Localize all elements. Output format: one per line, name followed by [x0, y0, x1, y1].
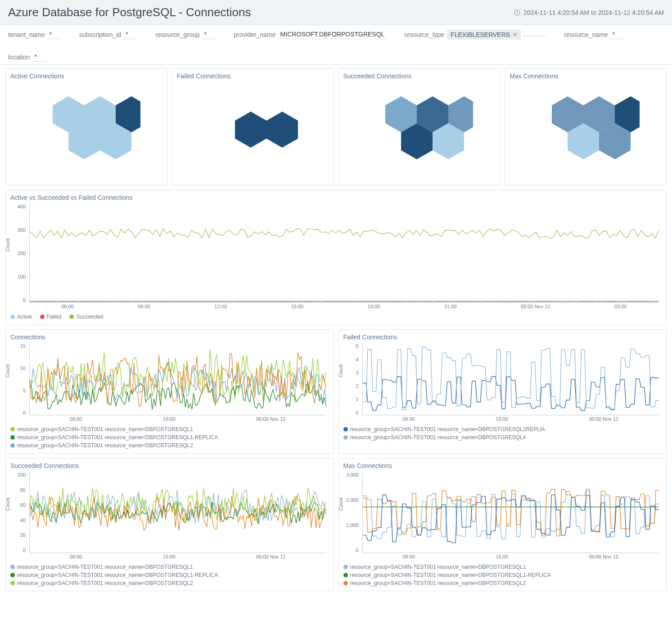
legend-item[interactable]: resource_group=SACHIN-TEST001 resource_n… — [10, 572, 329, 578]
y-axis-label: Count — [338, 364, 343, 378]
filter-label: subscription_id — [79, 31, 121, 38]
panel-succeeded-connections[interactable]: Succeeded Connections — [338, 68, 501, 185]
hexgrid-icon — [365, 87, 473, 163]
x-axis: 08:0016:0000:00 Nov 12 — [29, 554, 326, 562]
filter-subscription-id[interactable]: subscription_id * — [79, 30, 137, 39]
panel-max-connections-chart[interactable]: Max Connections Count 3,0002,0001,0000 0… — [338, 458, 667, 591]
filter-tenant-name[interactable]: tenant_name * — [8, 30, 61, 39]
legend-item[interactable]: resource_group=SACHIN-TEST001 resource_n… — [343, 564, 662, 570]
chart-legend: resource_group=SACHIN-TEST001 resource_n… — [343, 564, 662, 586]
panel-succeeded-connections-chart[interactable]: Succeeded Connections Count 100806040200… — [5, 458, 334, 591]
legend-item[interactable]: Active — [10, 314, 32, 320]
panel-title: Failed Connections — [177, 72, 329, 80]
chip-text: FLEXIBLESERVERS — [451, 31, 510, 38]
filter-value[interactable]: * — [32, 52, 46, 62]
close-icon[interactable]: ✕ — [513, 32, 517, 38]
y-axis: 4003002001000 — [10, 204, 27, 303]
legend-item[interactable]: resource_group=SACHIN-TEST001 resource_n… — [10, 580, 329, 586]
legend-item[interactable]: resource_group=SACHIN-TEST001 resource_n… — [10, 564, 329, 570]
legend-dot-icon — [343, 427, 348, 432]
legend-label: Succeeded — [76, 314, 103, 320]
hex-chart — [177, 82, 329, 168]
filter-label: tenant_name — [8, 31, 45, 38]
filter-resource-group[interactable]: resource_group * — [155, 30, 216, 39]
filter-label: resource_group — [155, 31, 199, 38]
hex-chart — [510, 82, 662, 168]
legend-label: Active — [17, 314, 32, 320]
panel-title: Succeeded Connections — [10, 462, 329, 469]
hex-row: Active Connections — [5, 68, 667, 185]
legend-dot-icon — [10, 315, 15, 319]
filter-value[interactable]: * — [202, 30, 216, 39]
legend-label: resource_group=SACHIN-TEST001 resource_n… — [17, 434, 218, 441]
dashboard-body: Active Connections — [0, 65, 672, 599]
filter-chip[interactable]: FLEXIBLESERVERS ✕ — [447, 30, 521, 40]
filter-label: resource_name — [564, 31, 608, 38]
legend-dot-icon — [10, 565, 15, 569]
legend-item[interactable]: Failed — [40, 314, 62, 320]
legend-item[interactable]: resource_group=SACHIN-TEST001 resource_n… — [10, 442, 329, 449]
y-axis: 543210 — [343, 343, 361, 415]
panel-title: Succeeded Connections — [343, 72, 496, 80]
filter-value[interactable]: * — [124, 30, 137, 39]
dashboard-header: Azure Database for PostgreSQL - Connecti… — [0, 0, 672, 25]
plot-area[interactable] — [362, 472, 659, 553]
filter-extra-input[interactable] — [523, 34, 546, 36]
filter-label: resource_type — [404, 31, 444, 38]
legend-dot-icon — [40, 315, 45, 319]
filter-provider-name[interactable]: provider_name MICROSOFT.DBFORPOSTGRESQL — [234, 30, 386, 39]
time-range[interactable]: 2024-11-11 4:20:54 AM to 2024-11-12 4:20… — [514, 9, 664, 16]
legend-item[interactable]: resource_group=SACHIN-TEST001 resource_n… — [10, 434, 329, 441]
panel-connections[interactable]: Connections Count 151050 08:0016:0000:00… — [5, 329, 334, 454]
y-axis-label: Count — [5, 498, 10, 511]
filter-value[interactable]: MICROSOFT.DBFORPOSTGRESQL — [279, 30, 387, 39]
legend-item[interactable]: resource_group=SACHIN-TEST001 resource_n… — [343, 434, 662, 441]
panel-failed-connections-chart[interactable]: Failed Connections Count 543210 08:0016:… — [338, 329, 667, 454]
filter-location[interactable]: location * — [8, 52, 46, 62]
chart-area: Count 4003002001000 06:0009:0012:0015:00… — [10, 204, 662, 312]
svg-marker-21 — [266, 112, 298, 148]
legend-label: resource_group=SACHIN-TEST001 resource_n… — [17, 564, 193, 570]
panel-title: Active vs Succeeded vs Failed Connection… — [10, 194, 662, 201]
plot-area[interactable] — [362, 343, 659, 415]
clock-icon — [514, 9, 521, 16]
legend-label: resource_group=SACHIN-TEST001 resource_n… — [350, 426, 546, 432]
legend-label: resource_group=SACHIN-TEST001 resource_n… — [17, 426, 193, 432]
y-axis-label: Count — [338, 498, 343, 511]
legend-dot-icon — [10, 581, 15, 585]
filter-value[interactable]: * — [48, 30, 61, 39]
time-range-text: 2024-11-11 4:20:54 AM to 2024-11-12 4:20… — [523, 9, 664, 16]
panel-max-connections[interactable]: Max Connections — [505, 68, 667, 185]
legend-item[interactable]: resource_group=SACHIN-TEST001 resource_n… — [343, 572, 662, 578]
y-axis: 151050 — [10, 343, 27, 415]
legend-label: resource_group=SACHIN-TEST001 resource_n… — [17, 572, 218, 578]
legend-item[interactable]: resource_group=SACHIN-TEST001 resource_n… — [343, 580, 662, 586]
legend-dot-icon — [343, 573, 348, 577]
legend-item[interactable]: Succeeded — [69, 314, 103, 320]
svg-marker-20 — [235, 112, 266, 148]
legend-dot-icon — [343, 435, 348, 440]
legend-label: Failed — [47, 314, 62, 320]
chart-legend: resource_group=SACHIN-TEST001 resource_n… — [10, 426, 329, 449]
chart-area: Count 100806040200 08:0016:0000:00 Nov 1… — [10, 472, 329, 562]
panel-failed-connections[interactable]: Failed Connections — [172, 68, 334, 185]
filter-value[interactable]: * — [610, 30, 624, 39]
plot-area[interactable] — [29, 204, 659, 303]
panel-title: Max Connections — [343, 462, 662, 469]
legend-item[interactable]: resource_group=SACHIN-TEST001 resource_n… — [10, 426, 329, 432]
plot-area[interactable] — [29, 343, 326, 415]
panel-active-connections[interactable]: Active Connections — [5, 68, 167, 185]
legend-label: resource_group=SACHIN-TEST001 resource_n… — [350, 572, 551, 578]
legend-label: resource_group=SACHIN-TEST001 resource_n… — [17, 580, 193, 586]
legend-dot-icon — [10, 435, 15, 440]
panel-title: Failed Connections — [343, 333, 662, 341]
hex-chart — [343, 82, 496, 168]
panel-active-vs-succeeded-vs-failed[interactable]: Active vs Succeeded vs Failed Connection… — [5, 190, 667, 325]
filter-resource-name[interactable]: resource_name * — [564, 30, 624, 39]
filter-label: location — [8, 54, 30, 61]
plot-area[interactable] — [29, 472, 326, 553]
legend-item[interactable]: resource_group=SACHIN-TEST001 resource_n… — [343, 426, 662, 432]
filter-resource-type[interactable]: resource_type FLEXIBLESERVERS ✕ — [404, 30, 546, 40]
chart-legend: ActiveFailedSucceeded — [10, 314, 662, 320]
legend-dot-icon — [69, 315, 74, 319]
